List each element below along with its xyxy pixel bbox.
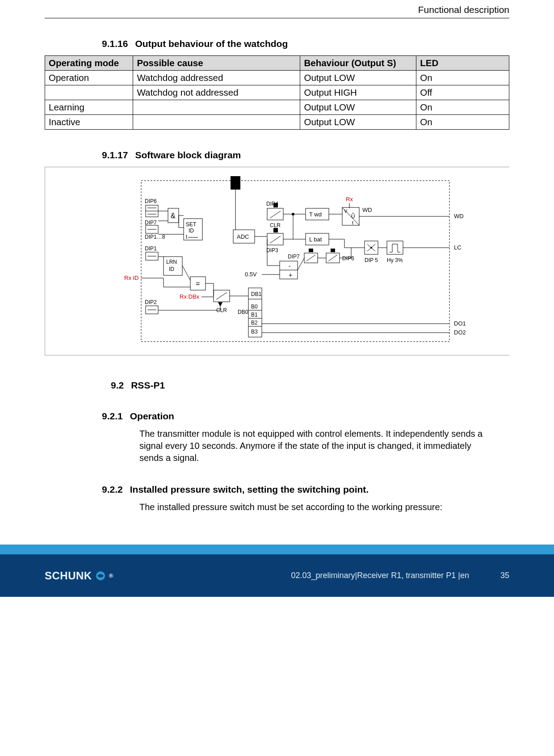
heading-9-1-17: 9.1.17 Software block diagram <box>102 150 509 160</box>
cell: On <box>416 71 509 85</box>
th-operating-mode: Operating mode <box>45 56 133 71</box>
heading-number: 9.2.1 <box>102 411 123 422</box>
label-dip6: DIP6 <box>145 198 157 204</box>
label-id: ID <box>189 228 194 234</box>
label-do2: DO2 <box>454 329 466 336</box>
svg-rect-63 <box>387 241 403 254</box>
heading-9-2-2: 9.2.2 Installed pressure switch, setting… <box>102 484 509 495</box>
heading-9-2: 9.2 RSS-P1 <box>111 380 509 391</box>
table-row: Watchdog not addressed Output HIGH Off <box>45 85 509 100</box>
cell: Off <box>416 85 509 100</box>
heading-number: 9.1.16 <box>102 38 128 49</box>
logo-icon <box>95 570 106 582</box>
logo-text: SCHUNK <box>45 570 92 582</box>
footer-page-number: 35 <box>500 571 509 580</box>
svg-rect-42 <box>267 233 283 245</box>
cell: Output HIGH <box>300 85 416 100</box>
heading-number: 9.2 <box>111 380 124 391</box>
paragraph-922: The installed pressure switch must be se… <box>139 501 496 513</box>
heading-title: Installed pressure switch, setting the s… <box>130 484 369 495</box>
heading-title: Operation <box>130 411 174 422</box>
heading-title: Software block diagram <box>135 150 241 160</box>
header-section-title: Functional description <box>418 4 509 15</box>
table-header-row: Operating mode Possible cause Behaviour … <box>45 56 509 71</box>
heading-number: 9.2.2 <box>102 484 123 495</box>
label-wd2: WD <box>454 213 464 220</box>
label-rxdbx: Rx DBx <box>180 293 200 300</box>
cell: Watchdog addressed <box>133 71 300 85</box>
label-tbox: t <box>352 220 353 225</box>
label-dip6b: DIP6 <box>342 255 354 262</box>
table-row: Operation Watchdog addressed Output LOW … <box>45 71 509 85</box>
table-row: Learning Output LOW On <box>45 100 509 115</box>
heading-number: 9.1.17 <box>102 150 128 160</box>
label-dip5: DIP 5 <box>365 257 378 263</box>
label-set: SET <box>186 221 197 228</box>
label-rxid: Rx ID <box>124 275 139 281</box>
cell: Operation <box>45 71 133 85</box>
label-lc: LC <box>454 244 462 251</box>
th-behaviour: Behaviour (Output S) <box>300 56 416 71</box>
label-dip7b: DIP7 <box>288 253 300 260</box>
page-footer: SCHUNK ® 02.03_preliminary|Receiver R1, … <box>0 545 554 597</box>
svg-rect-41 <box>273 203 278 207</box>
footer-doc-id: 02.03_preliminary|Receiver R1, transmitt… <box>291 571 469 580</box>
svg-line-72 <box>306 255 315 261</box>
label-hy: Hy 3% <box>387 257 403 263</box>
label-t: t <box>186 234 188 240</box>
label-eq: = <box>196 280 200 287</box>
label-db0: DB0 <box>238 309 248 315</box>
footer-accent-bar <box>0 545 554 554</box>
svg-line-74 <box>328 255 337 261</box>
label-clr: CLR <box>270 222 281 228</box>
label-b2: B2 <box>251 320 258 326</box>
label-v: V <box>344 208 348 214</box>
svg-rect-44 <box>273 228 278 232</box>
label-dip3: DIP3 <box>266 247 278 253</box>
svg-line-40 <box>270 211 281 218</box>
cell: Output LOW <box>300 115 416 130</box>
label-b1: B1 <box>251 312 258 318</box>
label-wd: WD <box>362 207 372 213</box>
cell: On <box>416 100 509 115</box>
svg-rect-39 <box>267 208 283 220</box>
cell: Inactive <box>45 115 133 130</box>
svg-line-43 <box>270 236 281 243</box>
table-row: Inactive Output LOW On <box>45 115 509 130</box>
paragraph-921: The transmitter module is not equipped w… <box>139 428 496 464</box>
label-adc: ADC <box>237 233 249 240</box>
th-led: LED <box>416 56 509 71</box>
block-diagram-svg: DIP6 DIP7 DIP1…8 DIP1 DIP2 & SET ID t LR… <box>101 176 494 346</box>
svg-rect-1 <box>231 176 240 190</box>
svg-line-29 <box>216 292 227 300</box>
svg-point-59 <box>370 247 372 249</box>
cell <box>133 100 300 115</box>
label-05v: 0.5V <box>245 271 257 278</box>
label-id2: ID <box>169 266 174 272</box>
cell: Learning <box>45 100 133 115</box>
cell: Watchdog not addressed <box>133 85 300 100</box>
software-block-diagram: DIP6 DIP7 DIP1…8 DIP1 DIP2 & SET ID t LR… <box>45 167 509 355</box>
svg-marker-32 <box>218 302 222 307</box>
cell <box>45 85 133 100</box>
label-amp: & <box>171 212 176 220</box>
cell: Output LOW <box>300 71 416 85</box>
label-rx: Rx <box>346 196 353 203</box>
svg-rect-76 <box>331 249 335 252</box>
registered-icon: ® <box>109 572 113 579</box>
label-twd: T wd <box>309 211 322 218</box>
label-minus: - <box>289 262 291 270</box>
th-possible-cause: Possible cause <box>133 56 300 71</box>
heading-9-1-16: 9.1.16 Output behaviour of the watchdog <box>102 38 509 49</box>
label-db1: DB1 <box>251 291 262 297</box>
schunk-logo: SCHUNK ® <box>45 570 113 582</box>
label-u: Ũ <box>351 213 355 220</box>
label-dip2: DIP2 <box>145 299 157 305</box>
svg-line-77 <box>298 258 304 270</box>
cell: Output LOW <box>300 100 416 115</box>
svg-line-24 <box>182 266 190 280</box>
table-watchdog-behaviour: Operating mode Possible cause Behaviour … <box>45 55 509 130</box>
cell: On <box>416 115 509 130</box>
heading-9-2-1: 9.2.1 Operation <box>102 411 509 422</box>
label-dip7: DIP7 <box>145 220 157 226</box>
